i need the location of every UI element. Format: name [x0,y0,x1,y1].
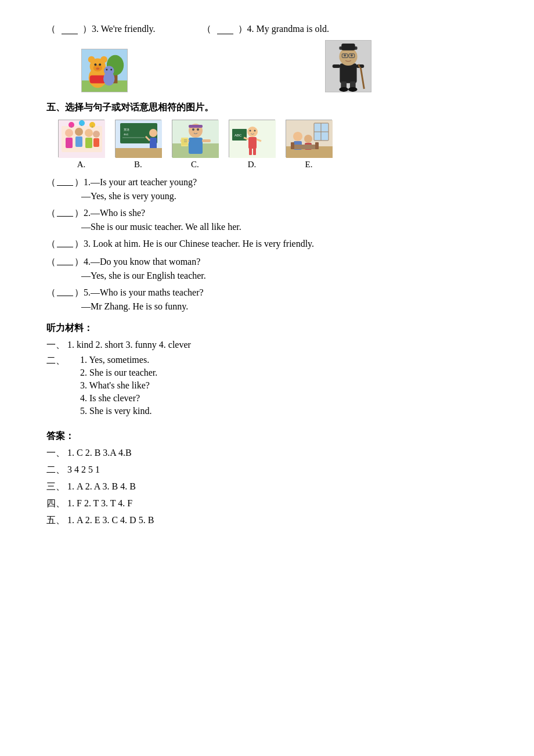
svg-text:单词: 单词 [124,133,128,136]
svg-rect-95 [315,142,319,149]
q5-1: （ ）1.—Is your art teacher young? —Yes, s… [46,177,488,201]
q4-item: （ ）4. My grandma is old. [202,23,329,35]
answer-2-label: 二、 [46,465,65,474]
q3-item: （ ）3. We're friendly. [46,23,156,35]
answers-title: 答案： [46,430,488,442]
svg-rect-78 [253,148,256,155]
svg-point-14 [104,66,114,76]
q5-2-blank [57,207,73,217]
answer-3-text: 1. A 2. A 3. B 4. B [67,481,136,491]
img-D-item: ABC D. [229,120,275,170]
q5-2-answer-text: —She is our music teacher. We all like h… [81,222,241,232]
img-B-item: 英语 单词 B. [115,120,161,170]
answer-4-label: 四、 [46,498,65,508]
svg-point-42 [93,131,100,138]
answer-4-text: 1. F 2. T 3. T 4. F [67,498,132,508]
svg-rect-43 [93,138,99,147]
listening-2-items: 1. Yes, sometimes. 2. She is our teacher… [68,355,157,419]
svg-rect-27 [333,64,341,68]
listening-2-2: 2. She is our teacher. [80,368,157,378]
svg-rect-63 [189,125,203,128]
q3-image-item [81,49,128,92]
listening-2-label: 二、 [46,355,65,419]
svg-text:英语: 英语 [124,128,129,131]
svg-point-10 [99,63,101,66]
svg-point-23 [351,55,353,57]
q5-5-blank [57,287,73,296]
q3-image [81,49,128,92]
svg-rect-21 [341,44,355,51]
q3-text: ）3. We're friendly. [82,23,156,35]
q5-4-line: （ ）4.—Do you know that woman? [46,256,488,268]
img-C-label: C. [191,160,199,170]
svg-point-38 [75,128,83,136]
answer-5-label: 五、 [46,515,65,525]
svg-rect-56 [150,138,157,149]
q4-text: ）4. My grandma is old. [238,23,329,35]
svg-point-91 [304,135,312,143]
answer-5-text: 1. A 2. E 3. C 4. D 5. B [67,515,154,525]
svg-rect-12 [90,75,106,84]
svg-point-15 [106,69,107,71]
answer-3-label: 三、 [46,481,65,491]
q5-1-bracket: （ [46,177,56,189]
answers-section: 答案： 一、 1. C 2. B 3.A 4.B 二、 3 4 2 5 1 三、… [46,430,488,527]
svg-point-89 [293,132,302,141]
svg-point-40 [85,129,93,137]
top-questions-section: （ ）3. We're friendly. （ ）4. My grandma i… [46,23,488,92]
listening-2-3: 3. What's she like? [80,380,157,391]
svg-rect-93 [291,145,319,149]
svg-point-22 [344,55,346,57]
svg-point-80 [254,130,256,132]
q5-1-answer: —Yes, she is very young. [81,191,488,201]
svg-rect-62 [189,138,203,154]
answer-1-label: 一、 [46,448,65,458]
svg-point-9 [94,63,96,66]
img-A-label: A. [77,160,86,170]
top-q-row: （ ）3. We're friendly. （ ）4. My grandma i… [46,23,488,35]
listening-section: 听力材料： 一、 1. kind 2. short 3. funny 4. cl… [46,322,488,419]
svg-rect-74 [248,137,257,149]
q5-5-line: （ ）5.—Who is your maths teacher? [46,287,488,299]
q5-4-text: ）4.—Do you know that woman? [74,256,200,268]
answer-line-3: 三、 1. A 2. A 3. B 4. B [46,481,488,493]
svg-rect-39 [75,136,82,147]
section5-images: A. 英语 单词 [58,120,488,170]
svg-rect-77 [249,148,252,155]
q5-3-bracket: （ [46,238,56,250]
listening-2-header: 二、 1. Yes, sometimes. 2. She is our teac… [46,355,488,419]
img-A-item: A. [58,120,104,170]
q5-1-blank [57,177,73,186]
q5-1-line: （ ）1.—Is your art teacher young? [46,177,488,189]
svg-point-55 [149,129,157,137]
listening-2-1: 1. Yes, sometimes. [80,355,157,365]
q3-paren-open: （ [46,23,57,35]
q5-2-answer: —She is our music teacher. We all like h… [81,222,488,232]
svg-point-7 [100,56,107,63]
q4-image [325,40,371,92]
q5-5-answer-text: —Mr Zhang. He is so funny. [81,301,188,312]
svg-point-45 [79,120,85,126]
answer-line-1: 一、 1. C 2. B 3.A 4.B [46,447,488,459]
svg-rect-65 [202,139,211,142]
svg-point-36 [65,129,73,137]
section5: 五、选择与句子或对话意思相符的图片。 [46,102,488,312]
q5-3-text: ）3. Look at him. He is our Chinese teach… [74,238,314,250]
listening-title: 听力材料： [46,322,488,334]
q5-5-text: ）5.—Who is your maths teacher? [74,287,204,299]
answer-line-2: 二、 3 4 2 5 1 [46,464,488,476]
img-E-item: E. [286,120,332,170]
svg-point-70 [192,128,194,131]
listening-1-label: 一、 [46,340,65,350]
q5-4-answer: —Yes, she is our English teacher. [81,271,488,281]
listening-2-4: 4. Is she clever? [80,393,157,404]
q5-3-blank [57,238,73,247]
svg-point-73 [247,127,258,137]
q5-2: （ ）2.—Who is she? —She is our music teac… [46,207,488,232]
top-images-row [81,40,488,92]
q5-5-bracket: （ [46,287,56,299]
answer-1-text: 1. C 2. B 3.A 4.B [67,448,132,458]
q5-3-line: （ ）3. Look at him. He is our Chinese tea… [46,238,488,250]
svg-rect-94 [291,142,294,149]
listening-2-5: 5. She is very kind. [80,406,157,416]
